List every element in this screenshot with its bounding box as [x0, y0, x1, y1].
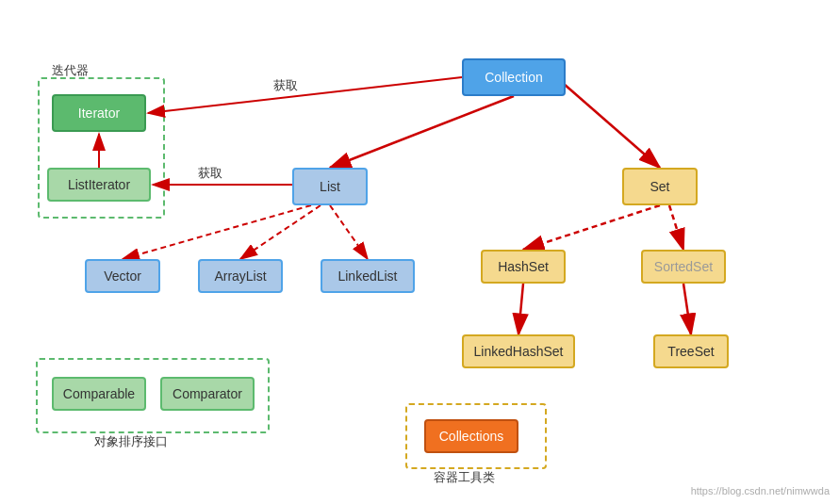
get2-label: 获取	[198, 166, 222, 180]
sortedset-node: SortedSet	[641, 250, 726, 284]
linkedlist-node: LinkedList	[321, 259, 415, 293]
comparable-node: Comparable	[52, 377, 146, 411]
listiterator-node: ListIterator	[47, 168, 151, 202]
diagram: 迭代器 对象排序接口 容器工具类 获取 获取	[0, 0, 839, 504]
set-node: Set	[622, 168, 698, 205]
container-label: 容器工具类	[434, 469, 495, 486]
list-node: List	[292, 168, 368, 205]
comparator-node: Comparator	[160, 377, 255, 411]
svg-line-13	[683, 284, 691, 334]
sorting-label: 对象排序接口	[94, 433, 168, 450]
svg-line-5	[330, 96, 514, 168]
iterator-node: Iterator	[52, 94, 146, 132]
arraylist-node: ArrayList	[198, 259, 283, 293]
hashset-node: HashSet	[481, 250, 566, 284]
svg-line-12	[518, 284, 523, 334]
get1-label: 获取	[273, 78, 298, 92]
svg-line-6	[556, 77, 660, 168]
treeset-node: TreeSet	[653, 334, 729, 368]
collection-node: Collection	[462, 58, 566, 96]
vector-node: Vector	[85, 259, 160, 293]
svg-line-9	[330, 205, 368, 259]
svg-line-11	[669, 205, 683, 250]
linkedhashset-node: LinkedHashSet	[462, 334, 575, 368]
svg-line-10	[523, 205, 660, 250]
svg-line-2	[148, 77, 462, 113]
iterator-label: 迭代器	[52, 62, 89, 79]
svg-line-8	[240, 205, 321, 259]
collections-node: Collections	[424, 419, 518, 453]
watermark: https://blog.csdn.net/nimwwda	[691, 485, 830, 496]
